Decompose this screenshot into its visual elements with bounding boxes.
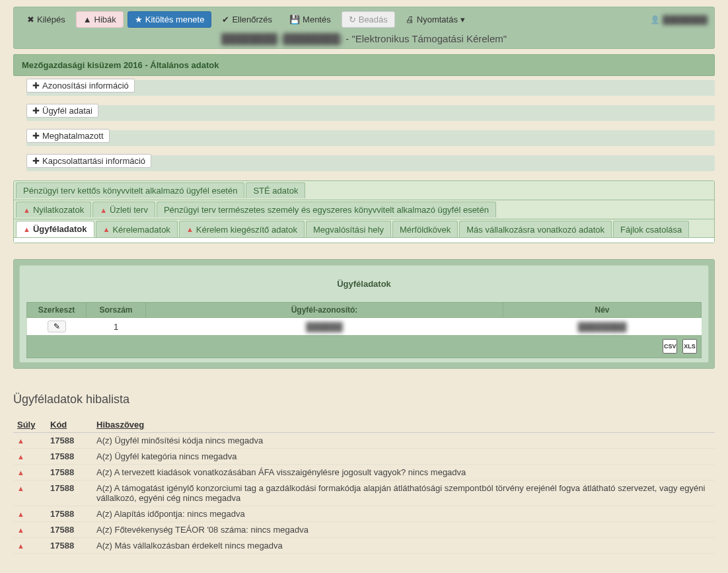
exit-button[interactable]: ✖ Kilépés [20, 12, 72, 27]
export-xls-button[interactable]: XLS [682, 339, 697, 354]
tab[interactable]: Más vállalkozásra vonatkozó adatok [459, 221, 612, 237]
tab[interactable]: STÉ adatok [246, 182, 305, 198]
print-button[interactable]: 🖨 Nyomtatás ▾ [399, 12, 472, 27]
user-name: ████████ [663, 15, 708, 24]
client-panel-title: Ügyféladatok [26, 275, 702, 302]
collapse-label: Kapcsolattartási információ [42, 156, 145, 166]
warning-icon: ▲ [17, 437, 24, 445]
collapse-identification[interactable]: ✚ Azonosítási információ [26, 79, 135, 93]
plus-icon: ✚ [32, 106, 40, 116]
plus-icon: ✚ [32, 81, 40, 91]
errors-label: Hibák [94, 15, 116, 24]
tab-label: Kérelemadatok [112, 225, 170, 235]
tab[interactable]: ▲Kérelem kiegészítő adatok [179, 221, 305, 237]
tab[interactable]: ▲Üzleti terv [92, 202, 155, 217]
tab-label: Mérföldkövek [400, 225, 451, 235]
subtitle-text: - "Elektronikus Támogatási Kérelem" [346, 33, 507, 44]
print-icon: 🖨 [406, 15, 414, 24]
tab[interactable]: ▲Kérelemadatok [96, 221, 178, 237]
error-text: A(z) Más vállalkozásban érdekelt nincs m… [92, 538, 715, 554]
warning-icon: ▲ [17, 510, 24, 518]
collapse-line: ✚ Meghatalmazott [26, 130, 715, 146]
save-label: Mentés [303, 15, 331, 24]
client-data-panel: Ügyféladatok Szerkeszt Sorszám Ügyfél-az… [13, 259, 715, 369]
error-text: A(z) A tervezett kiadások vonatkozásában… [92, 465, 715, 480]
cell-index: 1 [87, 318, 146, 336]
collapse-label: Meghatalmazott [42, 131, 104, 141]
tab-row: Pénzügyi terv kettős könyvvitelt alkalma… [14, 181, 714, 198]
cell-name: ████████ [578, 322, 627, 332]
error-code: 17588 [46, 506, 92, 522]
tab-label: Fájlok csatolása [620, 225, 682, 235]
user-area[interactable]: 👤 ████████ [650, 15, 708, 24]
collapse-contact[interactable]: ✚ Kapcsolattartási információ [26, 154, 151, 168]
tab-label: Pénzügyi terv kettős könyvvitelt alkalma… [23, 186, 237, 196]
tab[interactable]: Pénzügyi terv kettős könyvvitelt alkalma… [16, 182, 244, 198]
tab-label: Kérelem kiegészítő adatok [196, 225, 297, 235]
page-subtitle: ████████ (████████) - "Elektronikus Támo… [20, 28, 708, 47]
table-footer: CSV XLS [26, 335, 702, 358]
tab-label: Pénzügyi terv természetes személy és egy… [164, 205, 489, 215]
error-row: ▲17588A(z) A támogatást igénylő konzorci… [13, 480, 715, 506]
errors-button[interactable]: ▲ Hibák [76, 11, 124, 28]
top-toolbar: ✖ Kilépés ▲ Hibák ★ Kitöltés menete ✔ El… [13, 7, 715, 49]
error-code: 17588 [46, 538, 92, 554]
tab-label: STÉ adatok [253, 186, 298, 196]
tab[interactable]: Megvalósítási hely [306, 221, 391, 237]
err-col-code: Kód [46, 417, 92, 433]
collapse-line: ✚ Azonosítási információ [26, 80, 715, 96]
error-code: 17588 [46, 465, 92, 480]
exit-label: Kilépés [37, 15, 65, 24]
error-row: ▲17588A(z) Más vállalkozásban érdekelt n… [13, 538, 715, 554]
caret-down-icon: ▾ [460, 15, 465, 24]
warning-icon: ▲ [17, 542, 24, 550]
pencil-icon: ✎ [54, 322, 60, 331]
error-row: ▲17588A(z) Ügyfél minősítési kódja nincs… [13, 433, 715, 449]
error-table: Súly Kód Hibaszöveg ▲17588A(z) Ügyfél mi… [13, 417, 715, 554]
plus-icon: ✚ [32, 131, 40, 141]
client-table: Szerkeszt Sorszám Ügyfél-azonosító: Név … [26, 302, 702, 335]
collapse-line: ✚ Ügyfél adatai [26, 105, 715, 121]
tab[interactable]: ▲Ügyféladatok [16, 221, 94, 237]
export-csv-button[interactable]: CSV [663, 339, 677, 354]
tab-row: ▲Nyilatkozatok▲Üzleti tervPénzügyi terv … [14, 200, 714, 217]
warning-icon: ▲ [17, 453, 24, 461]
tab[interactable]: Mérföldkövek [392, 221, 458, 237]
fill-flow-button[interactable]: ★ Kitöltés menete [127, 11, 212, 28]
tab[interactable]: ▲Nyilatkozatok [16, 202, 91, 217]
cell-clientid: ██████ [306, 322, 342, 332]
tab-label: Megvalósítási hely [313, 225, 384, 235]
collapse-client-data[interactable]: ✚ Ügyfél adatai [26, 104, 98, 118]
check-icon: ✔ [222, 15, 229, 24]
error-text: A(z) Ügyfél minősítési kódja nincs megad… [92, 433, 715, 449]
save-button[interactable]: 💾 Mentés [283, 12, 338, 27]
tab[interactable]: Fájlok csatolása [613, 221, 689, 237]
warning-icon: ▲ [103, 225, 110, 233]
warning-icon: ▲ [17, 526, 24, 534]
subtitle-hidden: ████████ (████████) [221, 33, 343, 44]
check-button[interactable]: ✔ Ellenőrzés [215, 12, 279, 27]
warning-icon: ▲ [100, 206, 107, 214]
fill-flow-label: Kitöltés menete [145, 15, 205, 24]
error-row: ▲17588A(z) Főtevékenység TEÁOR '08 száma… [13, 522, 715, 538]
tab-label: Ügyféladatok [33, 224, 87, 234]
err-col-text: Hibaszöveg [92, 417, 715, 433]
submit-label: Beadás [359, 15, 388, 24]
warning-icon: ▲ [23, 225, 30, 233]
error-text: A(z) A támogatást igénylő konzorciumi ta… [92, 480, 715, 506]
tab-row: ▲Ügyféladatok▲Kérelemadatok▲Kérelem kieg… [14, 219, 714, 237]
error-code: 17588 [46, 480, 92, 506]
tab-label: Más vállalkozásra vonatkozó adatok [466, 225, 604, 235]
collapse-auth[interactable]: ✚ Meghatalmazott [26, 129, 110, 143]
err-col-sev: Súly [13, 417, 46, 433]
user-icon: 👤 [650, 15, 660, 24]
error-text: A(z) Főtevékenység TEÁOR '08 száma: ninc… [92, 522, 715, 538]
section-header: Mezőgazdasági kisüzem 2016 - Általános a… [13, 54, 715, 76]
print-label: Nyomtatás [417, 15, 458, 24]
edit-row-button[interactable]: ✎ [48, 321, 66, 332]
error-code: 17588 [46, 449, 92, 465]
client-table-row: ✎ 1 ██████ ████████ [27, 318, 702, 336]
tab[interactable]: Pénzügyi terv természetes személy és egy… [157, 202, 496, 217]
error-code: 17588 [46, 522, 92, 538]
plus-icon: ✚ [32, 156, 40, 166]
